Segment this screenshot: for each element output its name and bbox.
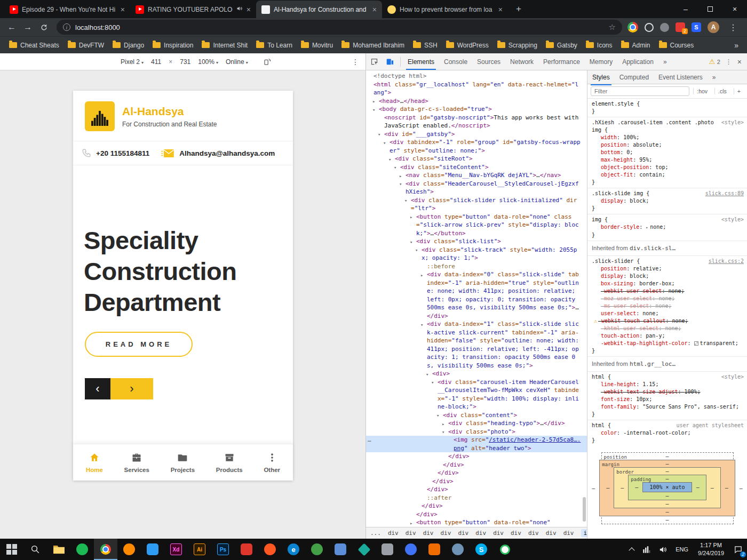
- dom-node[interactable]: </div>: [366, 485, 587, 494]
- device-toolbar-menu-icon[interactable]: ⋮: [352, 58, 359, 66]
- expand-arrow-icon[interactable]: ▸: [410, 213, 412, 222]
- bookmark-folder[interactable]: Django: [109, 40, 148, 51]
- box-model-margin[interactable]: margin––border––padding––100% × auto––––…: [599, 460, 735, 516]
- read-more-button[interactable]: READ MORE: [85, 332, 193, 357]
- bookmark-folder[interactable]: WordPress: [442, 40, 492, 51]
- device-toolbar-toggle-icon[interactable]: [382, 53, 398, 70]
- taskbar-icon-chat-app[interactable]: [399, 539, 423, 560]
- box-model-value[interactable]: –: [602, 484, 614, 491]
- box-model-border[interactable]: border––padding––100% × auto––––: [614, 467, 720, 508]
- dom-node[interactable]: ▾<div class="slick-track" style="width: …: [366, 246, 587, 262]
- taskbar-icon-edge-browser[interactable]: e: [282, 539, 305, 560]
- dom-node[interactable]: </div>: [366, 510, 587, 519]
- bookmark-folder[interactable]: Scrapping: [494, 40, 541, 51]
- breadcrumb-item[interactable]: div: [475, 530, 486, 537]
- dom-node[interactable]: ▾<div class="siteContent">: [366, 163, 587, 172]
- taskbar-icon-adobe-photoshop[interactable]: Ps: [211, 539, 235, 560]
- css-property[interactable]: display: block;: [592, 197, 744, 205]
- browser-menu-icon[interactable]: ⋮: [726, 20, 741, 35]
- expand-arrow-icon[interactable]: ▸: [420, 271, 423, 280]
- bookmark-folder[interactable]: Movitru: [297, 40, 337, 51]
- dom-node[interactable]: ▾<div>: [366, 370, 587, 378]
- css-property[interactable]: line-height: 1.15;: [592, 381, 744, 388]
- rule-source-link[interactable]: user agent stylesheet: [677, 422, 744, 429]
- css-property[interactable]: box-sizing: border-box;: [592, 280, 744, 287]
- taskbar-icon-spotify[interactable]: [70, 539, 94, 560]
- dom-node[interactable]: ▾<div class="content">: [366, 411, 587, 420]
- breadcrumb-item[interactable]: div: [423, 530, 434, 537]
- styles-tabs-overflow[interactable]: »: [708, 70, 721, 85]
- breadcrumb-item[interactable]: div: [388, 530, 399, 537]
- css-property[interactable]: user-select: none;: [592, 310, 744, 317]
- extension-gray-icon[interactable]: [660, 23, 669, 32]
- close-button[interactable]: ×: [722, 0, 747, 18]
- nav-item-services[interactable]: Services: [124, 452, 149, 473]
- dom-node[interactable]: ▾<body data-gr-c-s-loaded="true">: [366, 105, 587, 114]
- collapse-arrow-icon[interactable]: ▾: [420, 321, 423, 330]
- volume-icon[interactable]: [655, 539, 671, 560]
- devtools-menu-icon[interactable]: ⋮: [726, 58, 732, 66]
- box-model-value[interactable]: –: [602, 508, 732, 515]
- inherited-node-link[interactable]: div.slick-sl…: [630, 245, 676, 252]
- taskbar-icon-adobe-xd[interactable]: Xd: [164, 539, 188, 560]
- taskbar-icon-green-app[interactable]: [305, 539, 329, 560]
- tab-close-icon[interactable]: ×: [121, 6, 125, 13]
- rule-source-link[interactable]: slick.css:89: [705, 190, 744, 197]
- dom-node[interactable]: ▾<div class="slick-slider slick-initiali…: [366, 196, 587, 213]
- nav-item-projects[interactable]: Projects: [171, 452, 195, 473]
- taskbar-icon-file-explorer[interactable]: [47, 539, 70, 560]
- dom-node[interactable]: ▾<div class="photo">: [366, 428, 587, 436]
- breadcrumb-item[interactable]: ...: [370, 530, 381, 537]
- toggle-hover-state-button[interactable]: :hov: [693, 88, 711, 94]
- url-text[interactable]: localhost:8000: [75, 23, 120, 31]
- taskbar-clock[interactable]: 1:17 PM 9/24/2019: [693, 539, 729, 560]
- css-property[interactable]: object-fit: contain;: [592, 171, 744, 179]
- css-property[interactable]: bottom: 0;: [592, 149, 744, 156]
- email-contact[interactable]: Alhandsya@alhandsya.com: [161, 149, 275, 158]
- dom-node[interactable]: ▾<div class="siteRoot">: [366, 155, 587, 163]
- bookmark-folder[interactable]: Cheat Sheats: [5, 40, 63, 51]
- rule-source-link[interactable]: slick.css:2: [709, 258, 744, 265]
- color-swatch[interactable]: [694, 341, 698, 346]
- rule-selector[interactable]: <style>html {: [592, 373, 744, 381]
- taskbar-icon-green-ring-app[interactable]: [493, 539, 516, 560]
- taskbar-icon-chrome[interactable]: [94, 539, 117, 560]
- breadcrumb-item[interactable]: div: [511, 530, 521, 537]
- devtools-tab-performance[interactable]: Performance: [538, 53, 585, 70]
- rotate-device-icon[interactable]: [263, 58, 272, 66]
- box-model-value[interactable]: –: [692, 484, 704, 491]
- bookmark-folder[interactable]: To Learn: [252, 40, 296, 51]
- address-bar[interactable]: i localhost:8000 ☆: [57, 20, 622, 35]
- breadcrumb-item[interactable]: div: [563, 530, 574, 537]
- dom-node-selected[interactable]: …<img src="/static/header-2-57d5ca8….png…: [366, 436, 587, 452]
- nav-item-home[interactable]: Home: [86, 452, 103, 473]
- dom-node[interactable]: ▾<div class="carousel-item HeaderCarouse…: [366, 378, 587, 411]
- dom-node[interactable]: ::after: [366, 494, 587, 502]
- box-model-value[interactable]: –: [616, 484, 628, 491]
- forward-button[interactable]: →: [20, 20, 35, 35]
- rule-source-link[interactable]: <style>: [721, 119, 744, 126]
- minimize-button[interactable]: –: [673, 0, 698, 18]
- expand-arrow-icon[interactable]: ▸: [646, 225, 648, 230]
- nav-item-other[interactable]: Other: [264, 452, 280, 473]
- box-model-value[interactable]: –: [602, 460, 732, 467]
- inspect-element-icon[interactable]: [366, 53, 382, 70]
- collapse-arrow-icon[interactable]: ▾: [399, 180, 402, 189]
- taskbar-icon-firefox[interactable]: [117, 539, 141, 560]
- box-model-padding[interactable]: padding––100% × auto––: [628, 475, 706, 500]
- css-property[interactable]: font-size: 10px;: [592, 396, 744, 403]
- back-button[interactable]: ←: [4, 20, 19, 35]
- css-property[interactable]: object-position: top;: [592, 164, 744, 171]
- new-style-rule-button[interactable]: +: [734, 88, 744, 94]
- browser-tab[interactable]: RATING YOUTUBER APOLOG×: [130, 1, 256, 18]
- box-model-value[interactable]: –: [631, 484, 642, 491]
- tab-close-icon[interactable]: ×: [372, 6, 377, 13]
- box-model-content[interactable]: 100% × auto: [642, 482, 692, 492]
- console-warnings-badge[interactable]: ⚠ 2: [709, 58, 720, 66]
- taskbar-icon-orange-app-2[interactable]: [423, 539, 446, 560]
- collapse-arrow-icon[interactable]: ▾: [431, 379, 434, 387]
- css-property[interactable]: max-height: 95%;: [592, 156, 744, 164]
- box-model-value[interactable]: –: [735, 485, 747, 492]
- dom-node[interactable]: </div>: [366, 469, 587, 477]
- extension-s-icon[interactable]: S: [692, 22, 701, 32]
